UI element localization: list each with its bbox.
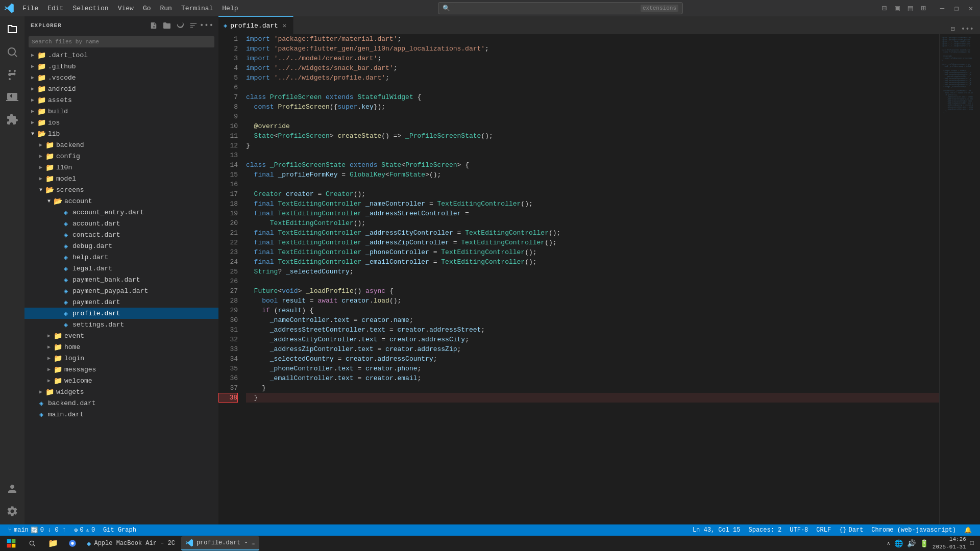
status-line-ending[interactable]: CRLF	[812, 527, 835, 534]
tree-item-assets[interactable]: ▶ 📁 assets	[24, 94, 218, 106]
line-number-35[interactable]: 35	[218, 364, 238, 373]
line-number-31[interactable]: 31	[218, 325, 238, 335]
line-number-5[interactable]: 5	[218, 73, 238, 83]
taskbar-app-macbook[interactable]: ◆ Apple MacBook Air – 2C	[83, 536, 179, 550]
taskbar-app-explorer[interactable]: 📁	[44, 536, 62, 550]
taskbar-search[interactable]	[22, 536, 42, 550]
menu-help[interactable]: Help	[218, 3, 242, 14]
source-control-icon[interactable]	[3, 65, 21, 84]
line-number-15[interactable]: 15	[218, 170, 238, 180]
menu-terminal[interactable]: Terminal	[177, 3, 217, 14]
tree-item-dart-tool[interactable]: ▶ 📁 .dart_tool	[24, 49, 218, 61]
status-language[interactable]: {} Dart	[835, 527, 867, 534]
editor-layout-icon[interactable]: ⊞	[918, 2, 929, 14]
search-icon[interactable]	[3, 43, 21, 61]
tree-item-github[interactable]: ▶ 📁 .github	[24, 61, 218, 72]
minimize-button[interactable]: —	[937, 5, 947, 11]
tree-item-account[interactable]: ▼ 📂 account	[24, 195, 218, 207]
status-position[interactable]: Ln 43, Col 15	[689, 527, 745, 534]
line-number-36[interactable]: 36	[218, 373, 238, 383]
taskbar-volume-icon[interactable]: 🔊	[907, 539, 916, 548]
line-number-12[interactable]: 12	[218, 141, 238, 151]
line-number-3[interactable]: 3	[218, 54, 238, 63]
line-number-13[interactable]: 13	[218, 151, 238, 160]
tree-item-contact[interactable]: ◈ contact.dart	[24, 229, 218, 240]
new-file-button[interactable]	[148, 20, 159, 31]
collapse-all-button[interactable]	[188, 20, 199, 31]
line-number-25[interactable]: 25	[218, 267, 238, 277]
tree-item-profile[interactable]: ◈ profile.dart	[24, 308, 218, 319]
refresh-button[interactable]	[175, 20, 186, 31]
tree-item-main-dart[interactable]: ◈ main.dart	[24, 409, 218, 420]
line-number-33[interactable]: 33	[218, 344, 238, 354]
explorer-icon[interactable]	[3, 20, 21, 39]
tree-item-home[interactable]: ▶ 📁 home	[24, 341, 218, 353]
taskbar-app-vscode[interactable]: profile.dart - …	[181, 536, 259, 550]
menu-view[interactable]: View	[114, 3, 138, 14]
restore-button[interactable]: ❐	[951, 5, 962, 11]
tree-item-widgets[interactable]: ▶ 📁 widgets	[24, 386, 218, 397]
taskbar-chevron-icon[interactable]: ∧	[887, 540, 890, 546]
extensions-icon[interactable]	[3, 110, 21, 129]
line-number-21[interactable]: 21	[218, 228, 238, 238]
line-number-23[interactable]: 23	[218, 247, 238, 257]
status-git-graph[interactable]: Git Graph	[99, 524, 140, 536]
status-errors[interactable]: ⊗ 0 ⚠ 0	[70, 524, 99, 536]
split-editor-button[interactable]: ⊟	[948, 23, 957, 34]
tree-item-welcome[interactable]: ▶ 📁 welcome	[24, 375, 218, 386]
tree-item-backend[interactable]: ▶ 📁 backend	[24, 139, 218, 151]
tree-item-vscode[interactable]: ▶ 📁 .vscode	[24, 72, 218, 83]
tree-item-settings[interactable]: ◈ settings.dart	[24, 319, 218, 330]
tab-close-button[interactable]: ✕	[281, 21, 288, 30]
line-number-19[interactable]: 19	[218, 209, 238, 218]
close-button[interactable]: ✕	[966, 5, 976, 11]
menu-edit[interactable]: Edit	[43, 3, 67, 14]
line-number-29[interactable]: 29	[218, 306, 238, 315]
taskbar-network-icon[interactable]: 🌐	[894, 539, 903, 548]
line-number-37[interactable]: 37	[218, 383, 238, 393]
line-number-20[interactable]: 20	[218, 218, 238, 228]
line-number-34[interactable]: 34	[218, 354, 238, 364]
tree-item-build[interactable]: ▶ 📁 build	[24, 106, 218, 117]
line-number-24[interactable]: 24	[218, 257, 238, 267]
more-tab-actions-button[interactable]: •••	[959, 24, 976, 34]
taskbar-notification-icon[interactable]: □	[970, 540, 974, 547]
tree-item-payment[interactable]: ◈ payment.dart	[24, 296, 218, 308]
tree-item-lib[interactable]: ▼ 📂 lib	[24, 128, 218, 139]
line-number-14[interactable]: 14	[218, 160, 238, 170]
line-number-38[interactable]: 38	[218, 393, 238, 403]
line-number-1[interactable]: 1	[218, 34, 238, 44]
tree-item-payment-bank[interactable]: ◈ payment_bank.dart	[24, 274, 218, 285]
status-encoding[interactable]: UTF-8	[786, 527, 812, 534]
taskbar-clock[interactable]: 14:26 2025-01-31	[933, 536, 966, 551]
line-number-28[interactable]: 28	[218, 296, 238, 306]
account-icon[interactable]	[3, 480, 21, 498]
line-number-17[interactable]: 17	[218, 189, 238, 199]
status-branch[interactable]: ⑂ main 🔄 0 ↓ 0 ↑	[4, 524, 70, 536]
line-number-32[interactable]: 32	[218, 335, 238, 344]
run-debug-icon[interactable]	[3, 88, 21, 106]
sidebar-layout-icon[interactable]: ▣	[892, 2, 903, 14]
status-spaces[interactable]: Spaces: 2	[745, 527, 786, 534]
taskbar-app-chrome[interactable]	[64, 536, 81, 550]
line-number-26[interactable]: 26	[218, 277, 238, 286]
tree-item-account-dart[interactable]: ◈ account.dart	[24, 218, 218, 229]
menu-file[interactable]: File	[18, 3, 42, 14]
new-folder-button[interactable]	[161, 20, 173, 31]
taskbar-battery-icon[interactable]: 🔋	[920, 539, 928, 548]
line-number-18[interactable]: 18	[218, 199, 238, 209]
menu-go[interactable]: Go	[139, 3, 155, 14]
layout-icon[interactable]: ⊟	[878, 2, 890, 14]
start-button[interactable]	[2, 536, 20, 550]
tree-item-messages[interactable]: ▶ 📁 messages	[24, 364, 218, 375]
tree-item-legal[interactable]: ◈ legal.dart	[24, 263, 218, 274]
tree-item-l10n[interactable]: ▶ 📁 l10n	[24, 162, 218, 173]
line-number-27[interactable]: 27	[218, 286, 238, 296]
tree-item-android[interactable]: ▶ 📁 android	[24, 83, 218, 94]
line-number-2[interactable]: 2	[218, 44, 238, 54]
line-number-4[interactable]: 4	[218, 63, 238, 73]
line-number-30[interactable]: 30	[218, 315, 238, 325]
status-notifications[interactable]: 🔔	[960, 527, 976, 534]
tree-item-ios[interactable]: ▶ 📁 ios	[24, 117, 218, 128]
settings-icon[interactable]	[3, 502, 21, 520]
